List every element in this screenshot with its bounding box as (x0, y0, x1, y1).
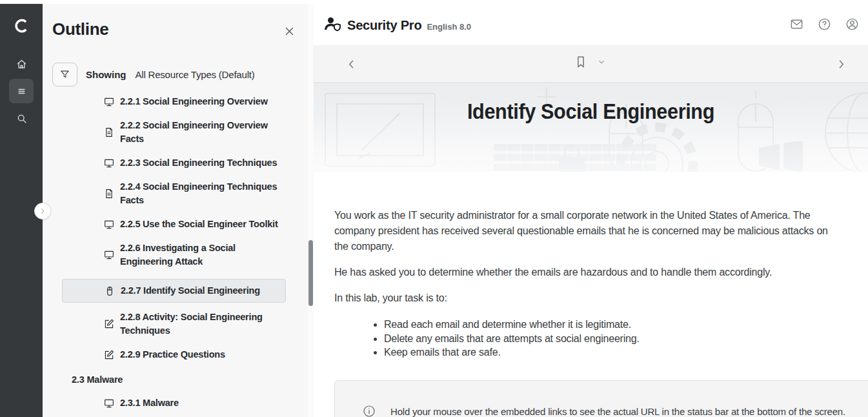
lesson-nav-bar (314, 45, 868, 82)
outline-item[interactable]: 2.2.4 Social Engineering Techniques Fact… (43, 180, 314, 207)
home-icon (15, 58, 28, 70)
outline-list: 2.2.1 Social Engineering Overview 2.2.2 … (43, 95, 314, 417)
filter-button[interactable] (52, 63, 77, 86)
account-icon (845, 17, 860, 32)
outline-item[interactable]: 2.2.6 Investigating a Social Engineering… (43, 241, 314, 269)
pattern-squares-icon (758, 141, 804, 172)
monitor-icon (103, 96, 115, 108)
pattern-keyboard-icon (494, 144, 656, 171)
outline-title: Outline (52, 19, 108, 39)
info-note-box: Hold your mouse over the embedded links … (334, 380, 868, 417)
header-actions (788, 15, 860, 32)
next-lesson-button[interactable] (832, 55, 850, 73)
messages-button[interactable] (788, 15, 805, 32)
pattern-globe-icon (817, 85, 868, 172)
product-name: Security Pro (347, 18, 421, 33)
chevron-left-icon (345, 58, 358, 70)
info-icon (362, 404, 376, 417)
outline-item[interactable]: 2.2.5 Use the Social Engineer Toolkit (43, 218, 314, 231)
main-content: Security Pro English 8.0 (314, 4, 868, 417)
outline-scrollbar-thumb[interactable] (308, 240, 313, 306)
rail-nav (0, 52, 43, 130)
lesson-paragraph: You work as the IT security administrato… (334, 208, 837, 254)
help-icon (817, 17, 832, 32)
monitor-icon (103, 398, 115, 409)
close-icon (284, 26, 295, 37)
outline-item[interactable]: 2.2.1 Social Engineering Overview (43, 95, 314, 108)
menu-icon (15, 85, 28, 97)
chevron-right-icon (39, 207, 46, 215)
document-icon (103, 188, 115, 199)
showing-label: Showing (86, 69, 126, 80)
mail-icon (789, 17, 804, 32)
home-button[interactable] (9, 52, 34, 76)
lesson-title: Identify Social Engineering (341, 99, 840, 124)
product-brand: Security Pro English 8.0 (324, 13, 471, 33)
chevron-down-icon (597, 57, 606, 66)
sidebar-expand-button[interactable] (34, 203, 51, 219)
outline-item[interactable]: 2.3.1 Malware (43, 396, 314, 410)
lesson-body: You work as the IT security administrato… (314, 172, 868, 417)
filter-row: Showing All Resource Types (Default) (52, 63, 255, 86)
previous-lesson-button[interactable] (342, 55, 360, 73)
product-version: English 8.0 (427, 22, 471, 32)
document-icon (103, 127, 115, 138)
outline-item[interactable]: 2.2.3 Social Engineering Techniques (43, 156, 314, 170)
showing-value: All Resource Types (Default) (136, 69, 255, 80)
account-button[interactable] (843, 15, 860, 32)
outline-panel: Outline Showing All Resource Types (Defa… (43, 4, 314, 417)
bookmark-icon (574, 54, 588, 70)
pattern-gear-icon (612, 118, 702, 172)
bookmark-dropdown-button[interactable] (597, 57, 606, 66)
chevron-right-icon (835, 58, 847, 70)
task-list: Read each email and determine whether it… (334, 318, 837, 360)
task-item: Delete any emails that are attempts at s… (384, 332, 837, 346)
lesson-paragraph: He has asked you to determine whether th… (334, 265, 837, 280)
monitor-icon (103, 249, 115, 261)
outline-item[interactable]: 2.2.8 Activity: Social Engineering Techn… (43, 310, 314, 338)
user-shield-icon (324, 16, 342, 33)
monitor-icon (103, 158, 115, 169)
help-button[interactable] (816, 15, 833, 32)
lesson-paragraph: In this lab, your task is to: (334, 290, 837, 306)
info-note-text: Hold your mouse over the embedded links … (390, 404, 851, 417)
bookmark-button[interactable] (574, 54, 588, 70)
edit-icon (103, 349, 115, 361)
c-ring-logo-icon (0, 13, 43, 39)
search-button[interactable] (9, 106, 34, 130)
edit-icon (103, 318, 115, 330)
funnel-icon (59, 69, 70, 80)
outline-scrollbar-track[interactable] (308, 4, 314, 417)
main-header: Security Pro English 8.0 (314, 4, 868, 45)
bookmark-group (574, 54, 606, 70)
outline-item[interactable]: 2.2.9 Practice Questions (43, 348, 314, 361)
outline-close-button[interactable] (280, 22, 298, 40)
outline-item[interactable]: 2.2.2 Social Engineering Overview Facts (43, 119, 314, 146)
pattern-lock-icon (554, 145, 590, 172)
app-window: Outline Showing All Resource Types (Defa… (0, 0, 868, 417)
outline-section-header[interactable]: 2.3 Malware (43, 374, 314, 385)
lesson-banner: Identify Social Engineering (314, 82, 868, 172)
search-icon (15, 112, 28, 125)
mouse-icon (104, 285, 116, 297)
task-item: Read each email and determine whether it… (384, 318, 837, 332)
outline-item-selected[interactable]: 2.2.7 Identify Social Engineering (62, 279, 286, 303)
outline-toggle-button[interactable] (9, 79, 34, 103)
task-item: Keep emails that are safe. (384, 345, 837, 360)
monitor-icon (103, 219, 115, 230)
